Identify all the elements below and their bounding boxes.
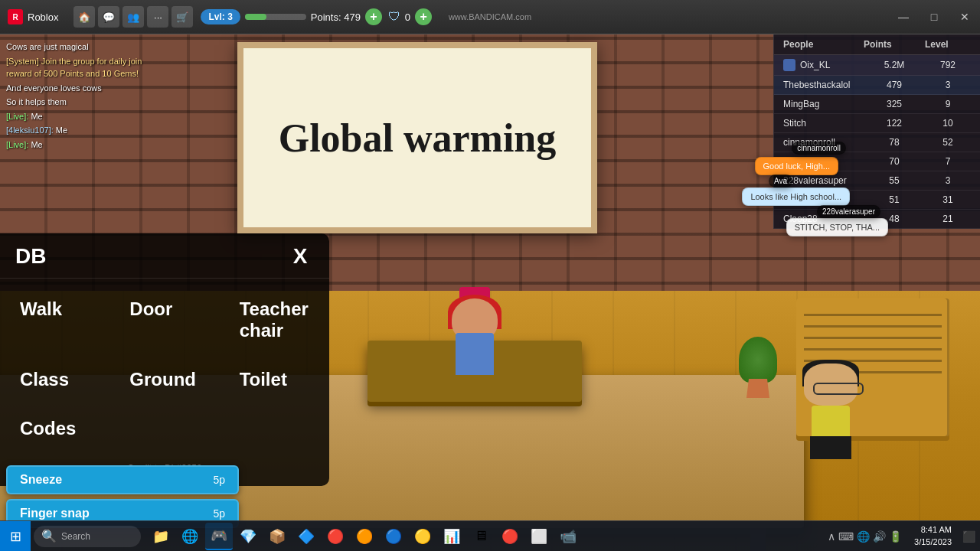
cabinet-line [804, 348, 942, 350]
plant-leaves [739, 337, 777, 383]
ability-fingersnap-label: Finger snap [20, 507, 90, 520]
taskbar-app-7[interactable]: 🔴 [496, 523, 524, 550]
maximize-btn[interactable]: □ [919, 0, 949, 34]
lb-header-people: People [783, 39, 864, 50]
taskbar: ⊞ 🔍 Search 📁 🌐 🎮 💎 📦 🔷 🔴 🟠 🔵 🟡 📊 🖥 🔴 ⬜ 📹… [0, 520, 980, 551]
chat-system-text: [System] Join the group for daily join r… [6, 57, 142, 79]
chat-bubble-highschool: Looks like High school... [742, 187, 850, 206]
taskbar-clock[interactable]: 8:41 AM 3/15/2023 [908, 524, 958, 548]
close-btn[interactable]: ✕ [949, 0, 980, 34]
taskbar-app-1[interactable]: 🔷 [292, 523, 320, 550]
name-tag-ava: Ava [769, 174, 792, 187]
name-tag-228valerasuper: 228valerasuper [817, 205, 880, 218]
level-text: Lvl: 3 [208, 11, 232, 22]
db-menu-grid: Walk Door Teacher chair Class Ground Toi… [0, 279, 329, 459]
search-text: Search [61, 531, 90, 542]
taskbar-app-8[interactable]: ⬜ [525, 523, 553, 550]
chat-msg-0: Cows are just magical [6, 41, 162, 54]
search-icon: 🔍 [41, 529, 57, 543]
teacher-character [444, 298, 505, 375]
tray-keyboard-icon[interactable]: ⌨ [838, 530, 854, 543]
ability-sneeze-cost: 5p [213, 474, 225, 486]
lb-name-3: Stitch [783, 118, 864, 129]
lb-level-7: 31 [925, 194, 971, 205]
lb-level-4: 52 [925, 137, 971, 148]
shield-count: 0 [405, 11, 410, 23]
db-close-btn[interactable]: X [286, 243, 314, 270]
taskbar-app-3[interactable]: 🟠 [351, 523, 378, 550]
lb-points-4: 78 [864, 137, 925, 148]
cabinet-line [804, 314, 942, 316]
shield-icon: 🛡 [388, 10, 400, 24]
taskbar-apps: 📁 🌐 🎮 💎 📦 🔷 🔴 🟠 🔵 🟡 📊 🖥 🔴 ⬜ 📹 [144, 523, 822, 550]
add-points-btn[interactable]: + [365, 8, 382, 25]
lb-name-0: Oix_KL [783, 59, 864, 71]
taskbar-app-diamond[interactable]: 💎 [234, 523, 262, 550]
taskbar-system-tray: ∧ ⌨ 🌐 🔊 🔋 [822, 530, 908, 543]
lb-header-points: Points [864, 39, 925, 50]
db-menu-title: DB [15, 244, 46, 269]
home-btn[interactable]: 🏠 [74, 6, 95, 28]
db-item-teacher-chair[interactable]: Teacher chair [224, 286, 325, 354]
db-item-door[interactable]: Door [114, 286, 214, 354]
db-item-toilet[interactable]: Toilet [224, 357, 325, 403]
chat-text-3: So it helps them [6, 97, 67, 106]
add-shield-btn[interactable]: + [415, 8, 432, 25]
db-item-ground[interactable]: Ground [114, 357, 214, 403]
taskbar-search[interactable]: 🔍 Search [34, 526, 141, 547]
friends-btn[interactable]: 👥 [122, 6, 144, 28]
shop-btn[interactable]: 🛒 [172, 6, 193, 28]
plant-pot [746, 379, 769, 398]
shield-area: 🛡 0 + [388, 8, 432, 25]
taskbar-app-chrome[interactable]: 🔵 [380, 523, 407, 550]
tray-network-icon[interactable]: 🌐 [857, 530, 870, 543]
leaderboard-header: People Points Level [774, 34, 980, 55]
cabinet-line [804, 337, 942, 339]
chat-btn[interactable]: 💬 [98, 6, 119, 28]
lb-points-7: 51 [864, 194, 925, 205]
tray-chevron-icon[interactable]: ∧ [828, 530, 835, 543]
chat-text: Cows are just magical [6, 42, 89, 51]
lb-level-1: 3 [925, 80, 971, 90]
taskbar-app-6[interactable]: 🖥 [467, 523, 495, 550]
chat-user-5: [4leksiu107]: [6, 126, 56, 135]
db-menu-panel: DB X Walk Door Teacher chair Class Groun… [0, 233, 329, 486]
right-character [796, 360, 865, 459]
lb-level-3: 10 [925, 118, 971, 129]
bandicam-watermark: www.BANDICAM.com [449, 0, 531, 34]
level-badge: Lvl: 3 [201, 9, 240, 24]
whiteboard-text: Global warming [279, 116, 557, 161]
lb-name-6: 228valerasuper [783, 175, 864, 186]
more-btn[interactable]: ··· [147, 6, 168, 28]
plant [743, 337, 773, 398]
lb-points-2: 325 [864, 99, 925, 109]
taskbar-app-2[interactable]: 🔴 [322, 523, 349, 550]
db-menu-header: DB X [0, 233, 329, 279]
clock-time: 8:41 AM [914, 524, 952, 536]
windows-icon: ⊞ [10, 528, 21, 545]
lb-row-1: Thebesthackalol 479 3 [774, 76, 980, 95]
db-item-walk[interactable]: Walk [5, 286, 105, 354]
top-bar-controls: 🏠 💬 👥 ··· 🛒 [66, 6, 201, 28]
lb-points-3: 122 [864, 118, 925, 129]
lb-points-0: 5.2M [864, 60, 925, 70]
show-desktop-btn[interactable]: ⬛ [958, 530, 980, 543]
minimize-btn[interactable]: — [888, 0, 919, 34]
taskbar-app-box[interactable]: 📦 [263, 523, 291, 550]
tray-sound-icon[interactable]: 🔊 [873, 530, 886, 543]
start-button[interactable]: ⊞ [0, 521, 31, 552]
points-area: Points: 479 + [311, 8, 382, 25]
taskbar-app-9[interactable]: 📹 [554, 523, 582, 550]
taskbar-app-edge[interactable]: 🌐 [176, 523, 204, 550]
taskbar-app-4[interactable]: 🟡 [409, 523, 436, 550]
ability-sneeze-btn[interactable]: Sneeze 5p [6, 465, 239, 494]
taskbar-app-5[interactable]: 📊 [438, 523, 466, 550]
chat-panel: Cows are just magical [System] Join the … [0, 34, 168, 158]
tray-battery-icon[interactable]: 🔋 [889, 530, 902, 543]
taskbar-app-roblox[interactable]: 🎮 [205, 523, 233, 550]
taskbar-app-file-explorer[interactable]: 📁 [147, 523, 175, 550]
chat-msg-3: So it helps them [6, 96, 162, 109]
db-item-class[interactable]: Class [5, 357, 105, 403]
db-item-codes[interactable]: Codes [5, 406, 105, 452]
chat-msg-2: And everyone loves cows [6, 82, 162, 95]
